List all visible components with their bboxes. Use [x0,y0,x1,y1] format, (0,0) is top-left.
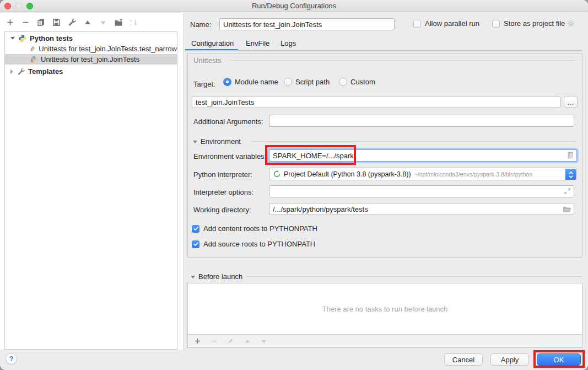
before-launch-divider [246,276,582,277]
expand-field-icon[interactable] [563,187,571,195]
store-as-project-file-checkbox[interactable]: Store as project file [492,19,565,28]
checkbox-label: Add content roots to PYTHONPATH [203,224,317,233]
cancel-button[interactable]: Cancel [444,353,483,366]
tree-item-unittest-narrow[interactable]: Unittests for test_join.JoinTests.test_n… [5,44,177,54]
tab-logs[interactable]: Logs [280,39,296,47]
checkbox-unchecked-icon [492,20,500,28]
checkbox-checked-icon [192,240,199,248]
apply-button[interactable]: Apply [490,353,529,366]
additional-arguments-label: Additional Arguments: [193,117,263,126]
remove-task-button[interactable] [209,336,219,346]
additional-arguments-wrap [269,115,574,127]
sort-configurations-button[interactable]: az [129,18,138,27]
move-task-up-button[interactable] [242,336,252,346]
no-tasks-message: There are no tasks to run before launch [188,283,582,334]
edit-task-button[interactable] [226,336,235,346]
radio-label: Script path [295,78,330,86]
radio-selected-icon [223,78,231,86]
environment-divider [252,141,576,142]
move-down-button[interactable] [98,18,107,27]
add-source-roots-checkbox[interactable]: Add source roots to PYTHONPATH [192,240,315,248]
edit-templates-button[interactable] [67,18,77,27]
before-launch-toolbar [188,334,582,347]
radio-label: Module name [235,78,278,86]
working-directory-input[interactable] [269,203,574,215]
name-field-wrap [219,18,395,30]
help-button[interactable]: ? [6,353,17,364]
name-input[interactable] [219,18,395,30]
radio-custom[interactable]: Custom [339,78,375,86]
zoom-window-button[interactable] [26,3,33,9]
svg-text:a: a [130,18,132,22]
checkbox-label: Store as project file [504,19,565,28]
gear-icon[interactable] [567,19,575,28]
annotation-box-ok [533,350,585,368]
additional-arguments-input[interactable] [269,115,574,127]
close-window-button[interactable] [4,3,11,9]
remove-configuration-button[interactable] [21,18,30,27]
python-test-icon [30,45,35,52]
radio-label: Custom [350,78,375,86]
browse-module-button[interactable]: … [564,96,578,108]
tree-toolbar: az [6,18,138,27]
environment-collapse-icon[interactable] [193,141,197,143]
tree-item-unittest-jointests[interactable]: Unittests for test_join.JoinTests [5,54,177,65]
tab-envfile[interactable]: EnvFile [246,39,269,47]
name-label: Name: [190,20,211,29]
unittests-group-label: Unittests [193,56,222,65]
interpreter-options-input[interactable] [269,185,574,197]
module-name-input[interactable] [192,96,560,108]
checkbox-label: Add source roots to PYTHONPATH [203,240,315,248]
folder-browse-icon[interactable] [563,205,571,213]
before-launch-collapse-icon[interactable] [191,276,195,278]
dropdown-stepper-icon[interactable] [565,169,576,180]
save-configuration-button[interactable] [52,18,61,27]
new-folder-button[interactable] [114,18,123,27]
tab-configuration[interactable]: Configuration [191,39,234,47]
tree-item-label: Unittests for test_join.JoinTests [41,55,139,63]
group-divider [230,60,576,61]
radio-unselected-icon [339,78,347,86]
tree-item-label: Python tests [30,34,73,42]
add-configuration-button[interactable] [6,18,15,27]
collapse-arrow-icon[interactable] [10,37,15,40]
add-task-button[interactable] [193,336,202,346]
radio-script-path[interactable]: Script path [284,78,330,86]
before-launch-tasks-panel: There are no tasks to run before launch [187,283,582,348]
wrench-icon [17,67,25,76]
configuration-panel: Unittests Target: Module name Script pat… [187,53,582,258]
module-field-wrap [192,96,560,108]
interpreter-options-wrap [269,185,574,197]
python-interpreter-select[interactable]: Project Default (Python 3.8 (pyspark-3.8… [269,168,577,180]
svg-text:z: z [130,23,132,26]
tree-item-templates[interactable]: Templates [5,66,177,77]
configurations-tree: Python tests Unittests for test_join.Joi… [4,31,177,350]
add-content-roots-checkbox[interactable]: Add content roots to PYTHONPATH [192,224,317,233]
checkbox-unchecked-icon [413,20,421,28]
environment-section-label: Environment [201,137,241,146]
checkbox-label: Allow parallel run [425,19,479,28]
minimize-window-button[interactable] [15,3,22,9]
checkbox-checked-icon [192,225,199,233]
allow-parallel-run-checkbox[interactable]: Allow parallel run [413,19,479,28]
radio-module-name[interactable]: Module name [223,78,278,86]
tab-divider [184,50,582,51]
radio-unselected-icon [284,78,292,86]
move-task-down-button[interactable] [259,336,268,346]
conda-env-icon [273,170,281,178]
annotation-box-env-vars [265,145,356,165]
python-test-icon [30,56,37,63]
target-label: Target: [193,80,215,88]
working-directory-label: Working directory: [193,206,251,214]
run-debug-configurations-dialog: Run/Debug Configurations az Python tests… [0,0,588,370]
tree-item-python-tests[interactable]: Python tests [5,33,177,44]
copy-configuration-button[interactable] [36,18,46,27]
titlebar: Run/Debug Configurations [0,0,588,12]
interpreter-options-label: Interpreter options: [193,188,253,196]
expand-arrow-icon[interactable] [10,69,13,74]
edit-variables-icon[interactable] [566,151,574,159]
move-up-button[interactable] [83,18,92,27]
tree-item-label: Templates [28,67,63,76]
before-launch-label: Before launch [198,272,242,281]
sidebar: az Python tests Unittests for test_join.… [0,13,184,350]
